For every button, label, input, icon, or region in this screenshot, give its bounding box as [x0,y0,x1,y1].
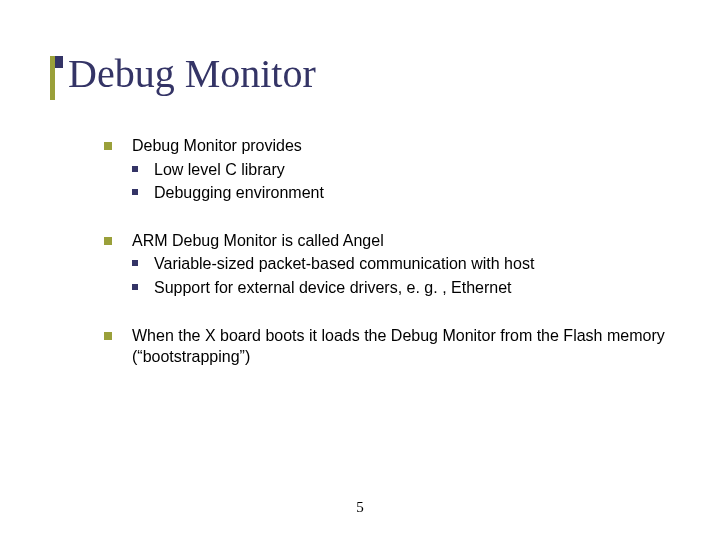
title-area: Debug Monitor [60,50,680,97]
bullet-level1: When the X board boots it loads the Debu… [104,325,680,368]
bullet-level2: Low level C library Debugging environmen… [132,159,680,204]
list-item: Variable-sized packet-based communicatio… [132,253,680,275]
square-bullet-icon [132,189,138,195]
list-item: Debug Monitor provides [104,135,680,157]
bullet-level2: Variable-sized packet-based communicatio… [132,253,680,298]
bullet-text: Debugging environment [154,182,324,204]
bullet-level1: Debug Monitor provides Low level C libra… [104,135,680,204]
slide-title: Debug Monitor [68,50,680,97]
bullet-text: Low level C library [154,159,285,181]
bullet-level1: ARM Debug Monitor is called Angel Variab… [104,230,680,299]
square-bullet-icon [104,332,112,340]
square-bullet-icon [132,284,138,290]
bullet-text: Support for external device drivers, e. … [154,277,512,299]
list-item: Low level C library [132,159,680,181]
list-item: ARM Debug Monitor is called Angel [104,230,680,252]
list-item: When the X board boots it loads the Debu… [104,325,680,368]
square-bullet-icon [132,166,138,172]
list-item: Debugging environment [132,182,680,204]
list-item: Support for external device drivers, e. … [132,277,680,299]
bullet-text: Variable-sized packet-based communicatio… [154,253,534,275]
square-bullet-icon [104,142,112,150]
slide-content: Debug Monitor provides Low level C libra… [104,135,680,368]
square-bullet-icon [104,237,112,245]
bullet-text: Debug Monitor provides [132,135,680,157]
title-accent-notch [55,56,63,68]
page-number: 5 [0,499,720,516]
bullet-text: When the X board boots it loads the Debu… [132,325,680,368]
square-bullet-icon [132,260,138,266]
bullet-text: ARM Debug Monitor is called Angel [132,230,680,252]
slide: Debug Monitor Debug Monitor provides Low… [0,0,720,540]
